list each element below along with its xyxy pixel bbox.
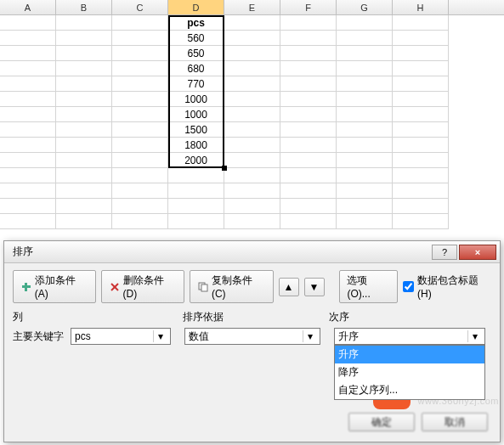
cell[interactable] xyxy=(280,168,337,183)
cell[interactable] xyxy=(393,92,449,107)
column-header[interactable]: G xyxy=(337,0,393,14)
cell[interactable] xyxy=(112,31,168,46)
header-checkbox[interactable] xyxy=(403,281,414,292)
cell[interactable] xyxy=(337,122,393,138)
delete-condition-button[interactable]: 删除条件(D) xyxy=(101,270,184,303)
cell[interactable] xyxy=(56,153,112,168)
cell[interactable] xyxy=(56,183,112,199)
cell[interactable] xyxy=(112,61,168,76)
help-button[interactable]: ? xyxy=(432,245,457,260)
cell[interactable] xyxy=(280,46,337,61)
cell[interactable] xyxy=(393,168,449,183)
dropdown-option[interactable]: 自定义序列... xyxy=(335,381,484,399)
cell[interactable] xyxy=(168,199,224,214)
cell[interactable] xyxy=(224,214,280,229)
cell[interactable] xyxy=(393,15,449,31)
options-button[interactable]: 选项(O)... xyxy=(339,270,398,303)
cell[interactable] xyxy=(224,168,280,183)
cell[interactable] xyxy=(56,46,112,61)
cell[interactable]: 560 xyxy=(168,31,224,46)
close-button[interactable]: × xyxy=(459,245,496,260)
cell[interactable] xyxy=(112,153,168,168)
cell[interactable] xyxy=(393,153,449,168)
cell[interactable] xyxy=(168,168,224,183)
cell[interactable] xyxy=(337,76,393,92)
cell[interactable] xyxy=(337,107,393,122)
cell[interactable]: 2000 xyxy=(168,153,224,168)
cell[interactable] xyxy=(280,107,337,122)
cell[interactable] xyxy=(393,214,449,229)
column-header[interactable]: B xyxy=(56,0,112,14)
cell[interactable] xyxy=(56,138,112,153)
cell[interactable]: pcs xyxy=(168,15,224,31)
cell[interactable]: 1000 xyxy=(168,92,224,107)
cell[interactable] xyxy=(337,46,393,61)
cell[interactable]: 1800 xyxy=(168,138,224,153)
cell[interactable] xyxy=(56,122,112,138)
cell[interactable] xyxy=(0,214,56,229)
cell[interactable] xyxy=(112,122,168,138)
cell[interactable] xyxy=(0,107,56,122)
cell[interactable] xyxy=(0,183,56,199)
move-up-button[interactable]: ▲ xyxy=(279,278,299,296)
cell[interactable] xyxy=(56,31,112,46)
cell[interactable] xyxy=(280,122,337,138)
order-select[interactable]: 升序 ▾ 升序降序自定义序列... xyxy=(334,328,485,345)
column-header[interactable]: H xyxy=(393,0,449,14)
cell[interactable] xyxy=(280,153,337,168)
cell[interactable] xyxy=(0,46,56,61)
cell[interactable] xyxy=(393,122,449,138)
column-header[interactable]: A xyxy=(0,0,56,14)
cell[interactable] xyxy=(280,214,337,229)
cell[interactable] xyxy=(337,31,393,46)
cell[interactable]: 770 xyxy=(168,76,224,92)
cell[interactable] xyxy=(112,15,168,31)
cell[interactable]: 680 xyxy=(168,61,224,76)
dropdown-option[interactable]: 降序 xyxy=(335,363,484,381)
cell[interactable] xyxy=(224,107,280,122)
cell[interactable] xyxy=(393,61,449,76)
cell[interactable]: 1500 xyxy=(168,122,224,138)
cell[interactable] xyxy=(280,92,337,107)
cell[interactable] xyxy=(112,138,168,153)
cell[interactable] xyxy=(0,61,56,76)
cell[interactable] xyxy=(0,92,56,107)
cell[interactable] xyxy=(56,61,112,76)
cell[interactable] xyxy=(337,199,393,214)
cell[interactable] xyxy=(280,199,337,214)
cell[interactable] xyxy=(112,199,168,214)
cell[interactable] xyxy=(0,138,56,153)
cell[interactable] xyxy=(393,31,449,46)
cell[interactable] xyxy=(112,183,168,199)
cell[interactable] xyxy=(112,76,168,92)
cell[interactable] xyxy=(56,199,112,214)
cell[interactable] xyxy=(224,15,280,31)
cell[interactable] xyxy=(56,168,112,183)
cell[interactable] xyxy=(393,199,449,214)
cell[interactable] xyxy=(112,107,168,122)
cell[interactable] xyxy=(393,183,449,199)
cell[interactable] xyxy=(337,183,393,199)
cell[interactable] xyxy=(112,92,168,107)
cell[interactable] xyxy=(0,199,56,214)
cell[interactable] xyxy=(56,107,112,122)
cell[interactable] xyxy=(224,31,280,46)
cell[interactable] xyxy=(56,76,112,92)
cell[interactable] xyxy=(0,153,56,168)
cell[interactable] xyxy=(337,138,393,153)
column-header[interactable]: E xyxy=(224,0,280,14)
move-down-button[interactable]: ▼ xyxy=(304,278,325,296)
cell[interactable] xyxy=(337,61,393,76)
cell[interactable] xyxy=(112,214,168,229)
cell[interactable] xyxy=(112,168,168,183)
cell[interactable] xyxy=(280,183,337,199)
cell[interactable] xyxy=(56,214,112,229)
dropdown-option[interactable]: 升序 xyxy=(335,346,484,363)
cell[interactable] xyxy=(393,107,449,122)
cell[interactable] xyxy=(0,15,56,31)
cell[interactable] xyxy=(224,92,280,107)
cell[interactable] xyxy=(168,214,224,229)
cell[interactable] xyxy=(280,76,337,92)
cell[interactable] xyxy=(224,122,280,138)
cell[interactable] xyxy=(0,168,56,183)
